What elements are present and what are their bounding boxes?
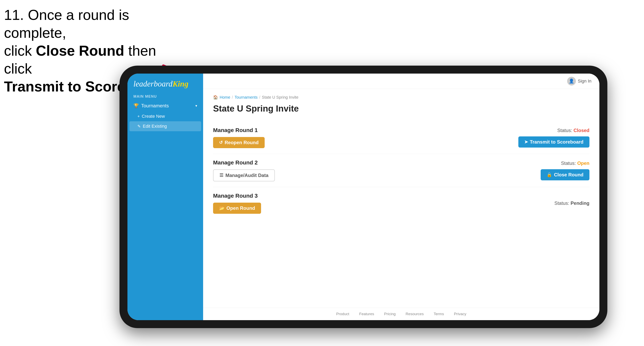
tablet-screen: leaderboardKing MAIN MENU 🏆 Tournaments … <box>128 74 600 320</box>
page-title: State U Spring Invite <box>213 104 590 114</box>
round-2-section: Manage Round 2 ☰ Manage/Audit Data Statu… <box>213 154 590 187</box>
open-round-label: Open Round <box>226 205 255 211</box>
content-area: 🏠 Home / Tournaments / State U Spring In… <box>203 89 600 308</box>
trophy-icon: 🏆 <box>134 103 139 108</box>
instruction-close-round: Close Round <box>36 43 124 59</box>
close-round-button[interactable]: 🔒 Close Round <box>541 169 590 180</box>
round-2-right: Status: Open 🔒 Close Round <box>541 161 590 180</box>
create-new-label: Create New <box>142 114 165 119</box>
round-3-status: Status: Pending <box>554 200 590 206</box>
top-nav: 👤 Sign In <box>203 74 600 89</box>
open-round-icon: 📂 <box>219 206 224 211</box>
sign-in-button[interactable]: 👤 Sign In <box>567 77 592 86</box>
round-1-right: Status: Closed ➤ Transmit to Scoreboard <box>518 128 590 148</box>
round-2-left: Manage Round 2 ☰ Manage/Audit Data <box>213 160 275 181</box>
footer-features[interactable]: Features <box>359 312 374 316</box>
manage-audit-button[interactable]: ☰ Manage/Audit Data <box>213 170 275 181</box>
open-round-button[interactable]: 📂 Open Round <box>213 203 261 214</box>
manage-audit-label: Manage/Audit Data <box>226 173 268 178</box>
tournaments-label: Tournaments <box>141 103 195 109</box>
logo-area: leaderboardKing <box>128 74 203 92</box>
logo-king: King <box>172 79 188 88</box>
chevron-down-icon: ▾ <box>195 104 197 108</box>
round-3-title: Manage Round 3 <box>213 193 261 199</box>
footer: Product Features Pricing Resources Terms… <box>203 308 600 320</box>
sign-in-label: Sign In <box>578 79 592 84</box>
round-1-title: Manage Round 1 <box>213 127 265 133</box>
round-3-status-value: Pending <box>570 200 590 206</box>
sidebar-item-edit-existing[interactable]: ✎ Edit Existing <box>130 121 201 131</box>
reopen-round-label: Reopen Round <box>224 140 259 145</box>
sidebar-item-tournaments[interactable]: 🏆 Tournaments ▾ <box>128 100 203 111</box>
round-1-status-value: Closed <box>574 128 590 133</box>
tablet-frame: leaderboardKing MAIN MENU 🏆 Tournaments … <box>120 66 607 328</box>
reopen-icon: ↺ <box>219 140 223 145</box>
edit-existing-label: Edit Existing <box>143 124 167 129</box>
round-2-status-value: Open <box>577 161 590 166</box>
transmit-icon: ➤ <box>524 139 528 145</box>
round-2-title: Manage Round 2 <box>213 160 275 166</box>
sidebar: leaderboardKing MAIN MENU 🏆 Tournaments … <box>128 74 203 320</box>
home-icon: 🏠 <box>213 95 218 100</box>
lock-icon: 🔒 <box>546 172 552 177</box>
round-1-section: Manage Round 1 ↺ Reopen Round Status: Cl… <box>213 122 590 154</box>
plus-icon: + <box>138 114 140 119</box>
breadcrumb-current: State U Spring Invite <box>262 95 298 100</box>
breadcrumb-home[interactable]: Home <box>220 95 230 100</box>
transmit-label: Transmit to Scoreboard <box>530 139 584 145</box>
sidebar-item-create-new[interactable]: + Create New <box>128 111 203 121</box>
round-3-left: Manage Round 3 📂 Open Round <box>213 193 261 214</box>
main-menu-label: MAIN MENU <box>128 92 203 100</box>
footer-product[interactable]: Product <box>336 312 349 316</box>
edit-icon: ✎ <box>138 124 141 129</box>
instruction-line2-prefix: click <box>4 43 36 59</box>
footer-resources[interactable]: Resources <box>406 312 424 316</box>
close-round-label: Close Round <box>554 172 584 177</box>
footer-pricing[interactable]: Pricing <box>384 312 396 316</box>
footer-terms[interactable]: Terms <box>434 312 444 316</box>
breadcrumb-tournaments[interactable]: Tournaments <box>234 95 258 100</box>
main-content: 👤 Sign In 🏠 Home / Tournaments / State U… <box>203 74 600 320</box>
app-container: leaderboardKing MAIN MENU 🏆 Tournaments … <box>128 74 600 320</box>
user-avatar: 👤 <box>567 77 576 86</box>
transmit-to-scoreboard-button[interactable]: ➤ Transmit to Scoreboard <box>518 136 590 148</box>
instruction-line1: 11. Once a round is complete, <box>4 7 129 41</box>
audit-icon: ☰ <box>220 173 224 178</box>
logo-leaderboard: leaderboard <box>134 79 172 88</box>
round-2-status: Status: Open <box>561 161 590 166</box>
round-3-right: Status: Pending <box>554 200 590 206</box>
logo: leaderboardKing <box>134 79 197 88</box>
round-3-section: Manage Round 3 📂 Open Round Status: Pend… <box>213 187 590 219</box>
round-1-status: Status: Closed <box>558 128 590 133</box>
round-1-left: Manage Round 1 ↺ Reopen Round <box>213 127 265 148</box>
footer-privacy[interactable]: Privacy <box>454 312 466 316</box>
breadcrumb: 🏠 Home / Tournaments / State U Spring In… <box>213 95 590 100</box>
reopen-round-button[interactable]: ↺ Reopen Round <box>213 137 265 148</box>
